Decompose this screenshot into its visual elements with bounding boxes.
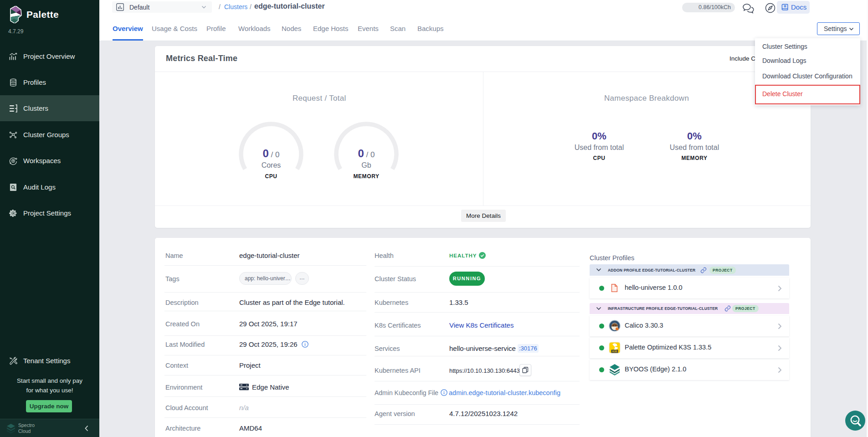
svg-text:K3S: K3S (612, 350, 617, 353)
